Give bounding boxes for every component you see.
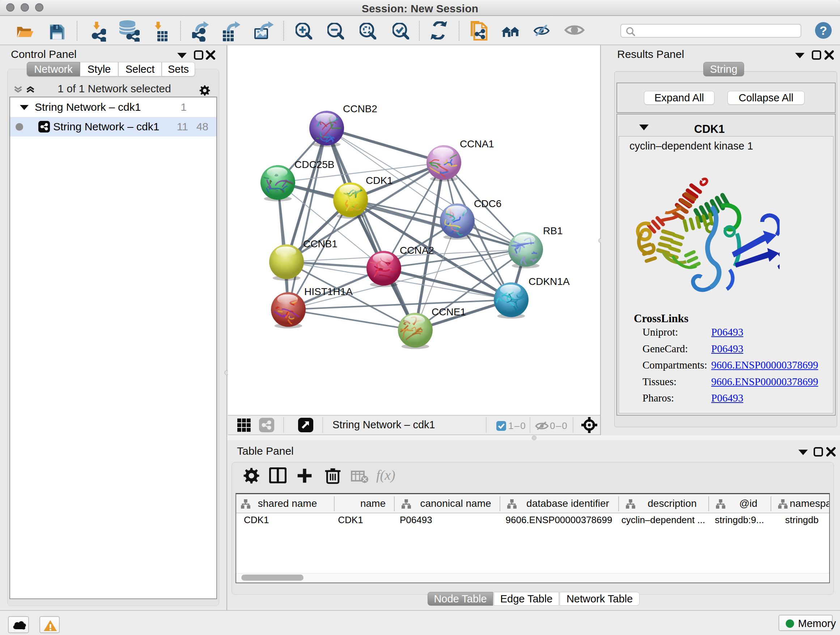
svg-text:CCNA1: CCNA1 — [460, 138, 494, 149]
svg-text:CDK1: CDK1 — [366, 175, 393, 186]
svg-text:CCNE1: CCNE1 — [431, 306, 466, 318]
svg-text:CCNB1: CCNB1 — [303, 238, 338, 249]
svg-text:?: ? — [820, 24, 827, 37]
svg-text:CCNA2: CCNA2 — [400, 245, 434, 256]
svg-text:RB1: RB1 — [543, 225, 562, 236]
svg-text:CDC6: CDC6 — [474, 198, 501, 209]
svg-text:CDKN1A: CDKN1A — [529, 276, 570, 287]
svg-text:CDC25B: CDC25B — [294, 159, 334, 170]
svg-text:CCNB2: CCNB2 — [343, 103, 377, 114]
svg-text:HIST1H1A: HIST1H1A — [304, 286, 353, 297]
